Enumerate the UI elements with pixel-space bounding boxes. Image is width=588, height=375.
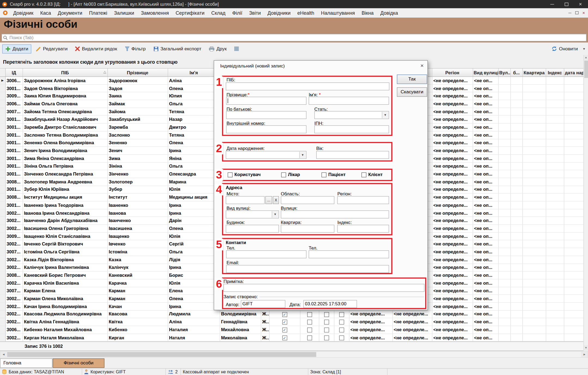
checkbox-icon[interactable]	[324, 335, 329, 340]
minimize-icon[interactable]	[550, 4, 554, 4]
email-field[interactable]	[226, 265, 389, 273]
tab-individuals[interactable]: Фізичні особи	[53, 358, 105, 368]
birth-date-select[interactable]: ▼	[226, 151, 306, 159]
cell-flag[interactable]: ✓	[269, 326, 300, 334]
cell-flag[interactable]	[319, 310, 334, 318]
menu-item[interactable]: eHealth	[294, 8, 318, 17]
note-field[interactable]	[224, 284, 425, 292]
ok-button[interactable]: Так	[397, 75, 427, 84]
tel1-field[interactable]	[226, 250, 306, 258]
cell-flag[interactable]	[334, 310, 349, 318]
cell-flag[interactable]: ✓	[269, 310, 300, 318]
refresh-button[interactable]: Оновити	[549, 44, 581, 54]
search-input[interactable]	[10, 35, 586, 40]
checkbox-checked-icon[interactable]: ✓	[282, 312, 287, 317]
print-button[interactable]: Друк	[206, 44, 230, 53]
patronymic-field[interactable]	[226, 111, 306, 119]
cancel-button[interactable]: Скасувати	[397, 87, 427, 97]
oblast-field[interactable]	[281, 196, 334, 204]
region-field[interactable]	[337, 196, 389, 204]
city-field[interactable]	[226, 196, 265, 204]
menu-item[interactable]: Звіти	[246, 8, 264, 17]
menu-item[interactable]: Документи	[54, 8, 86, 17]
scroll-up-icon[interactable]: ▲	[584, 55, 588, 60]
col-name[interactable]: Ім'я	[168, 68, 220, 76]
dropdown-arrow-icon[interactable]: ▼	[272, 211, 278, 218]
name-field[interactable]	[309, 97, 389, 105]
checkbox-icon[interactable]	[339, 312, 344, 317]
mdi-restore-icon[interactable]	[575, 11, 578, 14]
cell-flag[interactable]	[300, 310, 319, 318]
close-icon[interactable]: ×	[579, 2, 582, 7]
scroll-right-icon[interactable]: ►	[581, 352, 588, 357]
flag-checkbox-1[interactable]: Користувач	[228, 172, 261, 177]
checkbox-icon[interactable]	[339, 335, 344, 340]
cell-flag[interactable]: ✓	[269, 334, 300, 342]
age-field[interactable]	[316, 151, 389, 159]
flag-checkbox-2[interactable]: Лікар	[281, 172, 300, 177]
checkbox-icon[interactable]	[307, 312, 312, 317]
col-surname[interactable]: Прізвище	[107, 68, 167, 76]
dialog-close-icon[interactable]: ×	[420, 63, 424, 68]
scroll-down-icon[interactable]: ▼	[584, 345, 588, 351]
dropdown-arrow-icon[interactable]: ▼	[299, 152, 306, 158]
menu-item[interactable]: Довідник	[10, 8, 37, 17]
cell-flag[interactable]	[300, 334, 319, 342]
tel2-field[interactable]	[309, 250, 389, 258]
checkbox-icon[interactable]	[228, 172, 233, 177]
street-field[interactable]	[281, 210, 389, 218]
surname-field[interactable]	[226, 97, 306, 105]
checkbox-icon[interactable]	[322, 172, 327, 177]
checkbox-icon[interactable]	[307, 320, 312, 325]
cell-flag[interactable]: ✓	[269, 318, 300, 326]
table-row[interactable]: 3002...Квітка Аліна ГеннадіївнаКвіткаАлі…	[0, 318, 583, 326]
mdi-minimize-icon[interactable]	[568, 13, 571, 13]
menu-item[interactable]: Філії	[229, 8, 246, 17]
table-row[interactable]: 3002...Квасова Людмила ВолодимирівнаКвас…	[0, 310, 583, 318]
vscroll-thumb[interactable]	[584, 61, 588, 78]
columns-button[interactable]	[231, 44, 242, 53]
col-street[interactable]: Вул...	[498, 68, 510, 76]
col-index[interactable]: Індекс	[546, 68, 564, 76]
col-region[interactable]: Регіон	[432, 68, 473, 76]
menu-item[interactable]: Залишки	[111, 8, 138, 17]
vertical-scrollbar[interactable]: ▲ ▼	[583, 55, 588, 351]
internal-number-field[interactable]	[226, 125, 306, 133]
menu-item[interactable]: Сертифікати	[172, 8, 208, 17]
menu-item[interactable]: Каса	[37, 8, 54, 17]
checkbox-icon[interactable]	[307, 335, 312, 340]
add-button[interactable]: Додати	[2, 44, 31, 53]
apartment-field[interactable]	[281, 225, 334, 233]
menu-item[interactable]: Довідка	[377, 8, 401, 17]
checkbox-checked-icon[interactable]: ✓	[282, 320, 287, 325]
cell-flag[interactable]	[319, 326, 334, 334]
checkbox-icon[interactable]	[339, 328, 344, 333]
hscroll-thumb[interactable]	[7, 352, 316, 357]
export-button[interactable]: Загальний експорт	[150, 44, 205, 53]
cell-flag[interactable]	[300, 326, 319, 334]
table-row[interactable]: 3006...Кибенко Наталия МихайловнаКибенко…	[0, 326, 583, 334]
cell-flag[interactable]	[319, 318, 334, 326]
menu-item[interactable]: Склад	[208, 8, 229, 17]
col-id[interactable]: ІД	[5, 68, 23, 76]
building-field[interactable]	[226, 225, 279, 233]
cell-flag[interactable]	[334, 318, 349, 326]
sex-select[interactable]: ▼	[314, 111, 389, 119]
checkbox-checked-icon[interactable]: ✓	[282, 335, 287, 340]
cell-flag[interactable]	[334, 334, 349, 342]
menu-item[interactable]: Довідники	[264, 8, 294, 17]
dropdown-arrow-icon[interactable]: ▼	[382, 112, 388, 118]
menu-item[interactable]: Вікна	[358, 8, 377, 17]
checkbox-icon[interactable]	[324, 312, 329, 317]
checkbox-icon[interactable]	[281, 172, 286, 177]
menu-item[interactable]: Налаштування	[318, 8, 358, 17]
checkbox-icon[interactable]	[339, 320, 344, 325]
checkbox-icon[interactable]	[307, 328, 312, 333]
col-apartment[interactable]: Квартира	[522, 68, 546, 76]
index-field[interactable]	[337, 225, 389, 233]
city-browse-button[interactable]: ...	[265, 196, 272, 204]
cell-flag[interactable]	[300, 318, 319, 326]
col-birth-date[interactable]: дата наро	[564, 68, 583, 76]
filter-button[interactable]: Фільтр	[122, 44, 149, 53]
toolbar-overflow-chevron-icon[interactable]: ▾	[582, 47, 586, 51]
